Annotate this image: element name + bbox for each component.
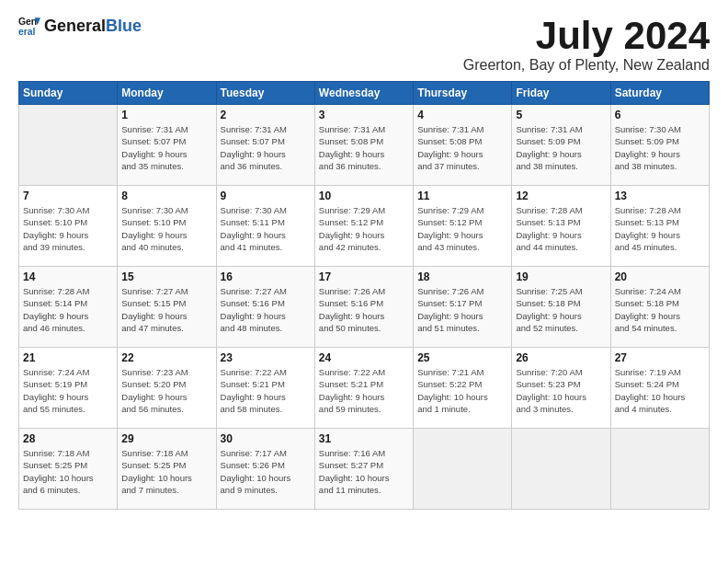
svg-text:Gen: Gen bbox=[18, 17, 37, 27]
day-number: 16 bbox=[221, 270, 311, 283]
day-info: Sunrise: 7:17 AMSunset: 5:26 PMDaylight:… bbox=[221, 447, 311, 496]
calendar-cell: 10Sunrise: 7:29 AMSunset: 5:12 PMDayligh… bbox=[314, 186, 413, 267]
day-number: 23 bbox=[221, 351, 311, 364]
calendar-cell: 19Sunrise: 7:25 AMSunset: 5:18 PMDayligh… bbox=[512, 267, 610, 348]
logo-icon: Gen eral bbox=[18, 15, 40, 37]
calendar-cell: 13Sunrise: 7:28 AMSunset: 5:13 PMDayligh… bbox=[610, 186, 709, 267]
day-number: 1 bbox=[121, 109, 211, 121]
day-info: Sunrise: 7:29 AMSunset: 5:12 PMDaylight:… bbox=[319, 204, 409, 253]
calendar-cell: 1Sunrise: 7:31 AMSunset: 5:07 PMDaylight… bbox=[118, 105, 216, 186]
calendar-cell: 8Sunrise: 7:30 AMSunset: 5:10 PMDaylight… bbox=[118, 186, 216, 267]
calendar-cell: 7Sunrise: 7:30 AMSunset: 5:10 PMDaylight… bbox=[19, 186, 118, 267]
calendar-header: SundayMondayTuesdayWednesdayThursdayFrid… bbox=[19, 82, 710, 105]
calendar-cell: 4Sunrise: 7:31 AMSunset: 5:08 PMDaylight… bbox=[414, 105, 512, 186]
day-number: 29 bbox=[121, 432, 211, 445]
calendar-cell: 23Sunrise: 7:22 AMSunset: 5:21 PMDayligh… bbox=[216, 348, 314, 429]
day-info: Sunrise: 7:26 AMSunset: 5:16 PMDaylight:… bbox=[319, 285, 409, 334]
day-info: Sunrise: 7:31 AMSunset: 5:09 PMDaylight:… bbox=[516, 123, 606, 172]
day-number: 9 bbox=[221, 190, 311, 202]
day-info: Sunrise: 7:31 AMSunset: 5:08 PMDaylight:… bbox=[417, 123, 507, 172]
calendar-cell: 27Sunrise: 7:19 AMSunset: 5:24 PMDayligh… bbox=[610, 348, 709, 429]
day-info: Sunrise: 7:19 AMSunset: 5:24 PMDaylight:… bbox=[615, 366, 705, 415]
day-info: Sunrise: 7:22 AMSunset: 5:21 PMDaylight:… bbox=[221, 366, 311, 415]
day-info: Sunrise: 7:29 AMSunset: 5:12 PMDaylight:… bbox=[417, 204, 507, 253]
calendar-cell: 15Sunrise: 7:27 AMSunset: 5:15 PMDayligh… bbox=[118, 267, 216, 348]
calendar-cell: 26Sunrise: 7:20 AMSunset: 5:23 PMDayligh… bbox=[512, 348, 610, 429]
calendar-cell: 14Sunrise: 7:28 AMSunset: 5:14 PMDayligh… bbox=[19, 267, 118, 348]
day-info: Sunrise: 7:28 AMSunset: 5:13 PMDaylight:… bbox=[516, 204, 606, 253]
calendar-cell: 9Sunrise: 7:30 AMSunset: 5:11 PMDaylight… bbox=[216, 186, 314, 267]
page-header: Gen eral GeneralBlue July 2024 Greerton,… bbox=[18, 15, 710, 74]
calendar-cell: 24Sunrise: 7:22 AMSunset: 5:21 PMDayligh… bbox=[314, 348, 413, 429]
day-info: Sunrise: 7:27 AMSunset: 5:16 PMDaylight:… bbox=[221, 285, 311, 334]
header-cell-monday: Monday bbox=[118, 82, 216, 105]
day-number: 20 bbox=[615, 270, 705, 283]
day-number: 14 bbox=[23, 270, 113, 283]
day-info: Sunrise: 7:31 AMSunset: 5:08 PMDaylight:… bbox=[319, 123, 409, 172]
header-cell-friday: Friday bbox=[512, 82, 610, 105]
day-info: Sunrise: 7:27 AMSunset: 5:15 PMDaylight:… bbox=[121, 285, 211, 334]
logo-text-general: General bbox=[44, 17, 106, 35]
day-number: 18 bbox=[417, 270, 507, 283]
day-number: 22 bbox=[121, 351, 211, 364]
day-info: Sunrise: 7:30 AMSunset: 5:09 PMDaylight:… bbox=[615, 123, 705, 172]
title-area: July 2024 Greerton, Bay of Plenty, New Z… bbox=[463, 15, 710, 74]
calendar-table: SundayMondayTuesdayWednesdayThursdayFrid… bbox=[18, 81, 710, 510]
day-number: 2 bbox=[221, 109, 311, 121]
calendar-cell: 29Sunrise: 7:18 AMSunset: 5:25 PMDayligh… bbox=[118, 429, 216, 510]
calendar-cell: 6Sunrise: 7:30 AMSunset: 5:09 PMDaylight… bbox=[610, 105, 709, 186]
day-number: 25 bbox=[417, 351, 507, 364]
day-info: Sunrise: 7:30 AMSunset: 5:11 PMDaylight:… bbox=[221, 204, 311, 253]
day-info: Sunrise: 7:28 AMSunset: 5:14 PMDaylight:… bbox=[23, 285, 113, 334]
day-info: Sunrise: 7:31 AMSunset: 5:07 PMDaylight:… bbox=[221, 123, 311, 172]
day-number: 26 bbox=[516, 351, 606, 364]
day-number: 11 bbox=[417, 190, 507, 202]
header-row: SundayMondayTuesdayWednesdayThursdayFrid… bbox=[19, 82, 710, 105]
svg-text:eral: eral bbox=[18, 27, 36, 37]
day-number: 13 bbox=[615, 190, 705, 202]
day-info: Sunrise: 7:20 AMSunset: 5:23 PMDaylight:… bbox=[516, 366, 606, 415]
day-info: Sunrise: 7:21 AMSunset: 5:22 PMDaylight:… bbox=[417, 366, 507, 415]
day-number: 17 bbox=[319, 270, 409, 283]
calendar-cell: 18Sunrise: 7:26 AMSunset: 5:17 PMDayligh… bbox=[414, 267, 512, 348]
logo: Gen eral GeneralBlue bbox=[18, 15, 142, 37]
week-row-4: 21Sunrise: 7:24 AMSunset: 5:19 PMDayligh… bbox=[19, 348, 710, 429]
day-info: Sunrise: 7:23 AMSunset: 5:20 PMDaylight:… bbox=[121, 366, 211, 415]
calendar-cell: 22Sunrise: 7:23 AMSunset: 5:20 PMDayligh… bbox=[118, 348, 216, 429]
day-number: 5 bbox=[516, 109, 606, 121]
calendar-body: 1Sunrise: 7:31 AMSunset: 5:07 PMDaylight… bbox=[19, 105, 710, 510]
day-number: 10 bbox=[319, 190, 409, 202]
day-number: 8 bbox=[121, 190, 211, 202]
day-number: 12 bbox=[516, 190, 606, 202]
header-cell-saturday: Saturday bbox=[610, 82, 709, 105]
day-number: 30 bbox=[221, 432, 311, 445]
calendar-cell: 5Sunrise: 7:31 AMSunset: 5:09 PMDaylight… bbox=[512, 105, 610, 186]
calendar-cell: 2Sunrise: 7:31 AMSunset: 5:07 PMDaylight… bbox=[216, 105, 314, 186]
week-row-5: 28Sunrise: 7:18 AMSunset: 5:25 PMDayligh… bbox=[19, 429, 710, 510]
location-title: Greerton, Bay of Plenty, New Zealand bbox=[463, 57, 710, 74]
week-row-3: 14Sunrise: 7:28 AMSunset: 5:14 PMDayligh… bbox=[19, 267, 710, 348]
calendar-cell: 3Sunrise: 7:31 AMSunset: 5:08 PMDaylight… bbox=[314, 105, 413, 186]
day-number: 6 bbox=[615, 109, 705, 121]
day-info: Sunrise: 7:30 AMSunset: 5:10 PMDaylight:… bbox=[121, 204, 211, 253]
month-title: July 2024 bbox=[463, 15, 710, 57]
day-number: 21 bbox=[23, 351, 113, 364]
header-cell-tuesday: Tuesday bbox=[216, 82, 314, 105]
header-cell-sunday: Sunday bbox=[19, 82, 118, 105]
calendar-cell: 17Sunrise: 7:26 AMSunset: 5:16 PMDayligh… bbox=[314, 267, 413, 348]
calendar-cell: 30Sunrise: 7:17 AMSunset: 5:26 PMDayligh… bbox=[216, 429, 314, 510]
calendar-cell: 20Sunrise: 7:24 AMSunset: 5:18 PMDayligh… bbox=[610, 267, 709, 348]
calendar-cell: 11Sunrise: 7:29 AMSunset: 5:12 PMDayligh… bbox=[414, 186, 512, 267]
day-number: 24 bbox=[319, 351, 409, 364]
logo-text-blue: Blue bbox=[106, 17, 142, 35]
calendar-cell: 31Sunrise: 7:16 AMSunset: 5:27 PMDayligh… bbox=[314, 429, 413, 510]
day-info: Sunrise: 7:24 AMSunset: 5:18 PMDaylight:… bbox=[615, 285, 705, 334]
calendar-cell: 25Sunrise: 7:21 AMSunset: 5:22 PMDayligh… bbox=[414, 348, 512, 429]
day-info: Sunrise: 7:28 AMSunset: 5:13 PMDaylight:… bbox=[615, 204, 705, 253]
header-cell-thursday: Thursday bbox=[414, 82, 512, 105]
day-info: Sunrise: 7:25 AMSunset: 5:18 PMDaylight:… bbox=[516, 285, 606, 334]
day-info: Sunrise: 7:16 AMSunset: 5:27 PMDaylight:… bbox=[319, 447, 409, 496]
calendar-cell bbox=[610, 429, 709, 510]
day-number: 15 bbox=[121, 270, 211, 283]
day-info: Sunrise: 7:24 AMSunset: 5:19 PMDaylight:… bbox=[23, 366, 113, 415]
